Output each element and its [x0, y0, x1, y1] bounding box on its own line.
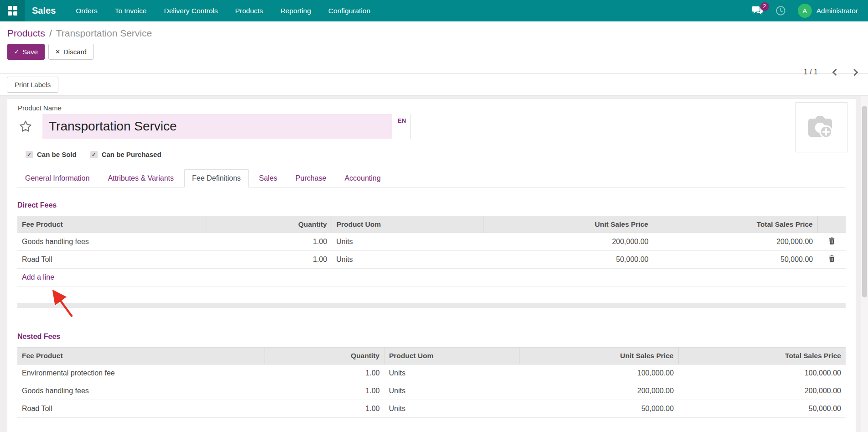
save-button[interactable]: ✓ Save: [7, 44, 45, 60]
pager-count: 1 / 1: [804, 68, 818, 76]
product-name-input[interactable]: Transportation Service: [42, 114, 392, 139]
cell-total-price[interactable]: 200,000.00: [678, 382, 846, 400]
table-row[interactable]: Environmental protection fee 1.00 Units …: [17, 364, 846, 382]
breadcrumb-separator: /: [49, 28, 52, 39]
cell-product-uom[interactable]: Units: [384, 364, 519, 382]
col-total-sales-price[interactable]: Total Sales Price: [653, 216, 817, 233]
user-menu[interactable]: A Administrator: [798, 4, 858, 18]
menu-configuration[interactable]: Configuration: [328, 7, 370, 15]
cell-fee-product[interactable]: Road Toll: [17, 400, 265, 418]
vertical-scrollbar[interactable]: [861, 96, 868, 432]
cell-total-price[interactable]: 50,000.00: [678, 400, 846, 418]
col-product-uom[interactable]: Product Uom: [332, 216, 483, 233]
apps-grid-icon: [8, 6, 17, 16]
nested-fees-table: Fee Product Quantity Product Uom Unit Sa…: [17, 347, 846, 418]
discard-button-label: Discard: [63, 48, 87, 56]
direct-fees-header-row: Fee Product Quantity Product Uom Unit Sa…: [17, 216, 846, 233]
checkbox-checked-icon: ✓: [90, 151, 98, 158]
discard-button[interactable]: ✕ Discard: [48, 44, 94, 60]
tab-fee-definitions[interactable]: Fee Definitions: [184, 169, 249, 187]
direct-fees-table: Fee Product Quantity Product Uom Unit Sa…: [17, 216, 846, 286]
cell-unit-price[interactable]: 50,000.00: [519, 400, 678, 418]
cell-quantity[interactable]: 1.00: [207, 233, 332, 251]
cell-unit-price[interactable]: 200,000.00: [483, 233, 653, 251]
menu-delivery-controls[interactable]: Delivery Controls: [164, 7, 218, 15]
col-quantity[interactable]: Quantity: [265, 348, 384, 364]
can-be-sold-checkbox[interactable]: ✓ Can be Sold: [26, 151, 77, 158]
tab-accounting[interactable]: Accounting: [337, 169, 388, 187]
activities-clock-icon[interactable]: [775, 5, 786, 16]
tab-attributes-variants[interactable]: Attributes & Variants: [100, 169, 182, 187]
tab-sales[interactable]: Sales: [251, 169, 285, 187]
delete-row-button[interactable]: [817, 251, 846, 269]
col-fee-product[interactable]: Fee Product: [17, 348, 265, 364]
form-sheet: Product Name Transportation Service EN ✓…: [7, 98, 856, 432]
messages-button[interactable]: 2: [751, 6, 764, 16]
cell-quantity[interactable]: 1.00: [265, 364, 384, 382]
navbar-right: 2 A Administrator: [751, 0, 868, 21]
col-fee-product[interactable]: Fee Product: [17, 216, 207, 233]
cell-quantity[interactable]: 1.00: [265, 382, 384, 400]
menu-reporting[interactable]: Reporting: [281, 7, 311, 15]
save-button-label: Save: [22, 48, 38, 56]
col-unit-sales-price[interactable]: Unit Sales Price: [483, 216, 653, 233]
favorite-star-icon[interactable]: [19, 120, 32, 133]
menu-orders[interactable]: Orders: [76, 7, 97, 15]
close-icon: ✕: [55, 48, 60, 55]
table-row[interactable]: Goods handling fees 1.00 Units 200,000.0…: [17, 233, 846, 251]
pager-next-icon[interactable]: [851, 68, 858, 76]
tab-purchase[interactable]: Purchase: [288, 169, 334, 187]
cell-total-price[interactable]: 50,000.00: [653, 251, 817, 269]
nested-fees-header-row: Fee Product Quantity Product Uom Unit Sa…: [17, 348, 846, 364]
print-labels-button[interactable]: Print Labels: [7, 77, 58, 93]
product-name-label: Product Name: [18, 104, 846, 112]
cell-unit-price[interactable]: 200,000.00: [519, 382, 678, 400]
can-be-purchased-label: Can be Purchased: [102, 151, 161, 158]
cell-total-price[interactable]: 200,000.00: [653, 233, 817, 251]
add-a-line-row[interactable]: Add a line: [17, 269, 846, 286]
menu-to-invoice[interactable]: To Invoice: [115, 7, 147, 15]
app-brand[interactable]: Sales: [25, 0, 62, 21]
cell-fee-product[interactable]: Goods handling fees: [17, 382, 265, 400]
table-row[interactable]: Road Toll 1.00 Units 50,000.00 50,000.00: [17, 251, 846, 269]
scrollbar-thumb[interactable]: [862, 106, 867, 297]
cell-unit-price[interactable]: 100,000.00: [519, 364, 678, 382]
cell-product-uom[interactable]: Units: [384, 382, 519, 400]
cell-quantity[interactable]: 1.00: [207, 251, 332, 269]
menu-products[interactable]: Products: [235, 7, 263, 15]
cell-fee-product[interactable]: Environmental protection fee: [17, 364, 265, 382]
col-product-uom[interactable]: Product Uom: [384, 348, 519, 364]
col-quantity[interactable]: Quantity: [207, 216, 332, 233]
table-row[interactable]: Goods handling fees 1.00 Units 200,000.0…: [17, 382, 846, 400]
col-unit-sales-price[interactable]: Unit Sales Price: [519, 348, 678, 364]
direct-fees-title: Direct Fees: [17, 201, 846, 209]
nested-fees-title: Nested Fees: [17, 333, 846, 341]
breadcrumb-products[interactable]: Products: [7, 28, 45, 39]
cell-product-uom[interactable]: Units: [332, 233, 483, 251]
check-icon: ✓: [14, 48, 19, 55]
breadcrumb: Products / Transportation Service: [7, 28, 861, 39]
product-image-placeholder[interactable]: [795, 102, 847, 152]
cell-total-price[interactable]: 100,000.00: [678, 364, 846, 382]
cell-unit-price[interactable]: 50,000.00: [483, 251, 653, 269]
add-a-line-link[interactable]: Add a line: [17, 269, 846, 286]
delete-row-button[interactable]: [817, 233, 846, 251]
table-row[interactable]: Road Toll 1.00 Units 50,000.00 50,000.00: [17, 400, 846, 418]
col-total-sales-price[interactable]: Total Sales Price: [678, 348, 846, 364]
fee-definitions-panel: Direct Fees Fee Product Quantity Product…: [17, 187, 846, 418]
cell-fee-product[interactable]: Road Toll: [17, 251, 207, 269]
language-badge[interactable]: EN: [398, 117, 406, 124]
pager-previous-icon[interactable]: [832, 68, 840, 76]
apps-menu-button[interactable]: [0, 0, 25, 21]
cell-fee-product[interactable]: Goods handling fees: [17, 233, 207, 251]
can-be-purchased-checkbox[interactable]: ✓ Can be Purchased: [90, 151, 161, 158]
trash-icon: [828, 255, 835, 262]
table-bottom-gap: [17, 286, 846, 303]
checkbox-checked-icon: ✓: [26, 151, 33, 158]
cell-product-uom[interactable]: Units: [384, 400, 519, 418]
cell-product-uom[interactable]: Units: [332, 251, 483, 269]
messages-count-badge: 2: [760, 2, 769, 11]
cell-quantity[interactable]: 1.00: [265, 400, 384, 418]
notebook-tabs: General Information Attributes & Variant…: [17, 169, 846, 187]
tab-general-information[interactable]: General Information: [17, 169, 97, 187]
